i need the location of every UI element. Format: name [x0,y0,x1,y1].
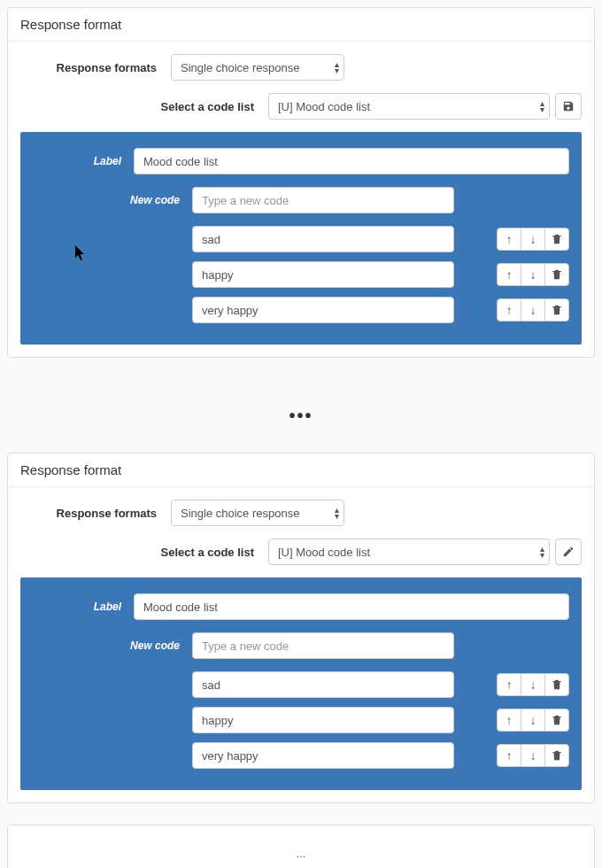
edit-button[interactable] [555,539,582,565]
new-code-row: New code [91,632,569,659]
arrow-up-icon: ↑ [506,749,513,763]
code-row: ↑ ↓ [33,671,569,698]
code-input[interactable] [192,671,454,698]
move-down-button[interactable]: ↓ [521,744,545,767]
move-down-button[interactable]: ↓ [521,709,545,732]
move-down-button[interactable]: ↓ [521,298,545,322]
response-format-panel: Response format Response formats Single … [7,7,595,358]
arrow-down-icon: ↓ [530,714,536,727]
panel-title: Response format [8,453,594,487]
label-input[interactable] [134,593,569,620]
move-down-button[interactable]: ↓ [521,228,545,251]
delete-button[interactable] [544,298,569,322]
arrow-up-icon: ↑ [506,678,513,692]
code-list-editor: Label New code ↑ ↓ [20,132,582,345]
move-up-button[interactable]: ↑ [497,228,521,251]
code-input[interactable] [192,261,454,288]
delete-button[interactable] [544,263,569,286]
code-list-editor: Label New code ↑ ↓ [20,577,582,790]
arrow-down-icon: ↓ [530,268,536,282]
code-row: ↑ ↓ [33,297,569,323]
code-list-select[interactable]: [U] Mood code list [268,539,550,565]
trash-icon [551,233,563,245]
panel-title: Response format [8,8,594,42]
save-icon [562,100,575,112]
code-input[interactable] [192,226,454,252]
code-list-row: Select a code list [U] Mood code list ▴▾ [20,539,582,565]
separator-ellipsis: ... [8,825,594,868]
response-formats-row: Response formats Single choice response … [20,54,582,81]
cursor-icon [75,245,86,261]
code-list-select-wrap: [U] Mood code list ▴▾ [268,539,550,565]
save-button[interactable] [555,93,582,120]
new-code-input[interactable] [192,187,454,213]
arrow-down-icon: ↓ [530,678,536,692]
arrow-up-icon: ↑ [506,268,513,282]
response-formats-select-wrap: Single choice response ▴▾ [171,54,344,81]
label-row: Label [33,593,569,620]
move-up-button[interactable]: ↑ [497,298,521,322]
arrow-down-icon: ↓ [530,749,536,763]
trash-icon [551,268,563,281]
arrow-down-icon: ↓ [530,233,536,246]
code-actions: ↑ ↓ [497,673,569,696]
code-actions: ↑ ↓ [497,709,569,732]
response-formats-row: Response formats Single choice response … [20,500,582,526]
move-up-button[interactable]: ↑ [497,673,521,696]
code-row: ↑ ↓ [33,226,569,252]
move-up-button[interactable]: ↑ [497,709,521,732]
new-code-label: New code [91,639,192,652]
delete-button[interactable] [544,673,569,696]
trash-icon [551,304,563,316]
new-code-input[interactable] [192,632,454,659]
arrow-up-icon: ↑ [506,304,513,317]
code-list-select[interactable]: [U] Mood code list [268,93,550,120]
panel-body: Response formats Single choice response … [8,42,594,357]
code-actions: ↑ ↓ [497,744,569,767]
code-actions: ↑ ↓ [497,298,569,322]
trash-icon [551,678,563,691]
response-format-panel: Response format Response formats Single … [7,453,595,803]
delete-button[interactable] [544,228,569,251]
empty-panel: ... [7,825,595,868]
label-row: Label [33,148,569,174]
move-up-button[interactable]: ↑ [497,263,521,286]
response-formats-select[interactable]: Single choice response [171,500,344,526]
code-input[interactable] [192,707,454,733]
label-label: Label [33,601,134,613]
code-row: ↑ ↓ [33,707,569,733]
delete-button[interactable] [544,744,569,767]
new-code-label: New code [91,194,192,206]
arrow-up-icon: ↑ [506,714,513,727]
response-formats-label: Response formats [20,61,171,74]
arrow-up-icon: ↑ [506,233,513,246]
move-up-button[interactable]: ↑ [497,744,521,767]
move-down-button[interactable]: ↓ [521,263,545,286]
trash-icon [551,714,563,726]
response-formats-select[interactable]: Single choice response [171,54,344,81]
code-actions: ↑ ↓ [497,263,569,286]
code-list-label: Select a code list [20,100,268,113]
code-input[interactable] [192,742,454,769]
move-down-button[interactable]: ↓ [521,673,545,696]
code-list-label: Select a code list [20,546,268,559]
trash-icon [551,749,563,762]
response-formats-label: Response formats [20,507,171,520]
code-list-select-wrap: [U] Mood code list ▴▾ [268,93,550,120]
panel-body: Response formats Single choice response … [8,487,594,802]
code-input[interactable] [192,297,454,323]
code-row: ↑ ↓ [33,261,569,288]
new-code-row: New code [91,187,569,213]
delete-button[interactable] [544,709,569,732]
label-input[interactable] [134,148,569,174]
pencil-icon [562,546,575,558]
arrow-down-icon: ↓ [530,304,536,317]
separator-dots: ••• [7,379,595,453]
code-actions: ↑ ↓ [497,228,569,251]
response-formats-select-wrap: Single choice response ▴▾ [171,500,344,526]
label-label: Label [33,155,134,167]
code-list-row: Select a code list [U] Mood code list ▴▾ [20,93,582,120]
code-row: ↑ ↓ [33,742,569,769]
